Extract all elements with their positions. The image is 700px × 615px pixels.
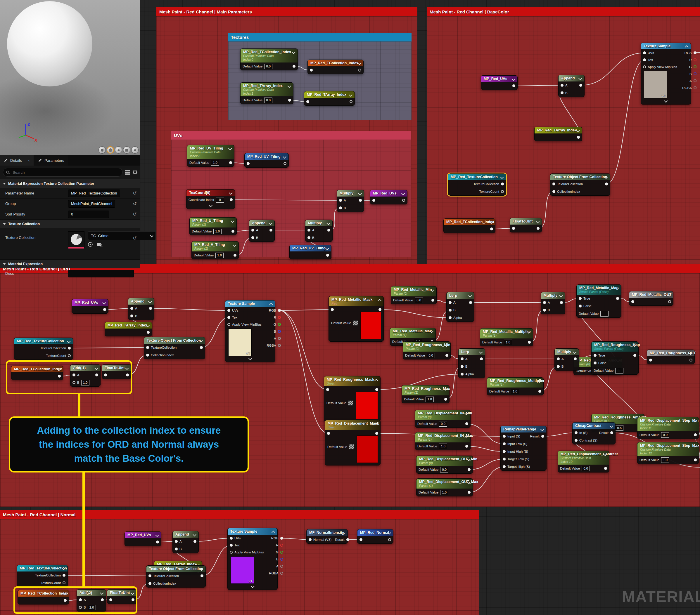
pin-u10[interactable] xyxy=(402,199,405,202)
pin-o_lerp2-a[interactable] xyxy=(461,357,464,360)
pin-o_rmask-in[interactable] xyxy=(326,388,329,391)
pin-o_map2-false[interactable] xyxy=(593,361,597,364)
pin-n_ts-rgb[interactable] xyxy=(280,537,283,540)
value-box[interactable]: 1.0 xyxy=(426,397,434,402)
graph-node-o_metmask[interactable]: MP_Red_Metallic_MaskRedDefault Value xyxy=(328,296,384,342)
pin-n_ts[interactable] xyxy=(280,544,283,547)
pin-b2-out[interactable] xyxy=(579,84,582,87)
use-selected-icon[interactable] xyxy=(88,242,93,247)
pin-b2-b[interactable] xyxy=(561,91,563,94)
pin-o_dcontrast-out[interactable] xyxy=(604,467,607,470)
pin-t1-out[interactable] xyxy=(292,65,296,68)
pin-o_rmult-out[interactable] xyxy=(538,390,541,393)
graph-node-o_remap[interactable]: RemapValueRangeInput (S)ResultInput Low … xyxy=(500,426,547,471)
pin-o_remap-ihigh[interactable] xyxy=(503,450,505,453)
pin-b6-out[interactable] xyxy=(490,228,493,230)
graph-node-o_rmask[interactable]: MP_Red_Roughness_MaskGreenDefault Value xyxy=(324,376,380,422)
value-box[interactable] xyxy=(600,311,609,317)
graph-node-b3[interactable]: MP_Red_TArray_Index xyxy=(534,127,582,141)
graph-node-n_mf[interactable]: MF_NormalIntensityNormal (V3)Result xyxy=(306,529,348,544)
graph-node-o_inmax[interactable]: MP_Red_Displacement_IN_MaxParam (1)Defau… xyxy=(415,432,471,450)
value-box[interactable]: 0.5 xyxy=(615,425,623,431)
pin-t4-in[interactable] xyxy=(306,100,309,103)
pin-o_ts-tex[interactable] xyxy=(227,316,230,319)
graph-node-o_uvs[interactable]: MP_Red_UVs xyxy=(72,299,109,313)
pin-b7-in[interactable] xyxy=(512,227,515,230)
pin-u4-out[interactable] xyxy=(232,230,234,233)
pin-o_lerp1-out[interactable] xyxy=(469,301,472,304)
comment-header-normal[interactable]: Mesh Paint - Red Channel | Normal xyxy=(0,510,479,519)
value-box[interactable]: 0 xyxy=(216,197,224,203)
graph-node-o_dmask[interactable]: MP_Red_Displacement_MaskBlueDefault Valu… xyxy=(325,420,380,465)
pin-n_app-a[interactable] xyxy=(175,540,178,543)
reset-icon[interactable]: ↺ xyxy=(133,190,137,196)
pin-bts[interactable] xyxy=(693,65,697,68)
pin-o_lerp2-b[interactable] xyxy=(461,365,464,368)
pin-o_mul1-a[interactable] xyxy=(543,301,546,304)
comment-header-basecolor[interactable]: Mesh Paint - Red Channel | BaseColor xyxy=(427,7,700,16)
graph-node-o_cheap[interactable]: CheapContrastIn (S)ResultContrast (S) xyxy=(572,422,615,445)
graph-node-o_outmax[interactable]: MP_Red_Displacement_OUT_MaxParam (1)Defa… xyxy=(416,478,473,497)
graph-node-bts[interactable]: Texture SampleUVsTexApply View MipBiasVT… xyxy=(641,43,691,104)
value-box[interactable]: 0.0 xyxy=(264,64,272,69)
value-box[interactable]: 0.0 xyxy=(661,432,669,438)
graph-node-b7[interactable]: FloatToUInt xyxy=(510,218,542,232)
graph-node-o_dcontrast[interactable]: MP_Red_Displacement_ContrastCustom Primi… xyxy=(558,451,609,473)
pin-n_tofc-out[interactable] xyxy=(200,574,203,577)
node-collapse-icon[interactable] xyxy=(540,427,544,431)
browse-to-asset-icon[interactable] xyxy=(97,242,103,247)
pin-o_ts[interactable] xyxy=(278,316,281,319)
node-collapse-icon[interactable] xyxy=(479,350,483,354)
pin-bts[interactable] xyxy=(693,73,697,75)
pin-n_mf-normal[interactable] xyxy=(309,538,312,541)
pin-o_rmax-out[interactable] xyxy=(444,398,447,401)
pin-b3-out[interactable] xyxy=(577,136,580,139)
graph-node-o_rmax[interactable]: MP_Red_Roughness_MaxParam (1)Default Val… xyxy=(402,385,450,403)
graph-node-u6[interactable]: AppendAB xyxy=(249,220,275,242)
parameter-name-field[interactable]: MP_Red_TextureCollection xyxy=(68,190,120,197)
pin-o_rmin-out[interactable] xyxy=(446,354,448,357)
pin-o_mul1-out[interactable] xyxy=(560,301,563,304)
pin-o_metmult-out[interactable] xyxy=(528,341,531,344)
close-icon[interactable]: × xyxy=(28,158,30,163)
pin-u5-out[interactable] xyxy=(234,254,236,257)
node-collapse-icon[interactable] xyxy=(269,303,273,307)
pin-n_tofc-tcin[interactable] xyxy=(149,574,151,577)
pin-o_mul1-b[interactable] xyxy=(543,309,546,311)
node-collapse-icon[interactable] xyxy=(229,191,233,195)
graph-node-o_rout[interactable]: MP_Red_Roughness_OUT xyxy=(647,349,695,364)
graph-node-u8[interactable]: MP_Red_UV_Tiling xyxy=(289,245,332,259)
value-box[interactable]: 0.0 xyxy=(264,98,272,103)
node-collapse-icon[interactable] xyxy=(326,221,330,225)
graph-node-o_stepmin[interactable]: MP_Red_Displacement_Step_MinCustom Primi… xyxy=(637,417,699,439)
pin-n_tc[interactable] xyxy=(63,581,65,584)
node-collapse-icon[interactable] xyxy=(358,192,362,195)
pin-t4[interactable] xyxy=(350,100,352,103)
pin-bts[interactable] xyxy=(693,59,697,61)
pin-o_mul2-out[interactable] xyxy=(574,357,577,360)
pin-o_stepmin-out[interactable] xyxy=(694,433,697,436)
node-collapse-icon[interactable] xyxy=(559,294,563,297)
pin-o_inmin-out[interactable] xyxy=(465,422,468,425)
pin-t3-out[interactable] xyxy=(288,99,291,102)
pin-o_map1-out[interactable] xyxy=(616,297,619,300)
comment-header-uvs[interactable]: UVs xyxy=(171,131,411,140)
category-texture-collection-parameter[interactable]: Material Expression Texture Collection P… xyxy=(0,179,140,188)
tab-details[interactable]: Details × xyxy=(0,155,34,166)
pin-o_lerp2-out[interactable] xyxy=(480,357,483,360)
pin-u9-a[interactable] xyxy=(339,199,342,202)
search-input[interactable] xyxy=(12,170,119,175)
pin-o_tofc-tcin[interactable] xyxy=(146,346,149,349)
pin-o_mul2-b[interactable] xyxy=(557,365,560,368)
graph-node-o_map1[interactable]: MP_Red_Metallic_MapSwitch Param (False)T… xyxy=(576,284,621,318)
value-box[interactable]: 1.0 xyxy=(440,490,448,495)
node-collapse-icon[interactable] xyxy=(609,424,613,428)
graph-node-o_tarr[interactable]: MP_Red_TArray_Index xyxy=(105,322,152,336)
sort-priority-field[interactable]: 0 xyxy=(68,210,109,218)
pin-o_rout[interactable] xyxy=(689,359,692,361)
pin-o_tc-tcol[interactable] xyxy=(68,347,71,349)
pin-u7-a[interactable] xyxy=(308,229,310,232)
pin-o_map2-out[interactable] xyxy=(633,354,636,357)
pin-o_app-b[interactable] xyxy=(130,315,133,318)
pin-o_ts[interactable] xyxy=(227,323,230,326)
